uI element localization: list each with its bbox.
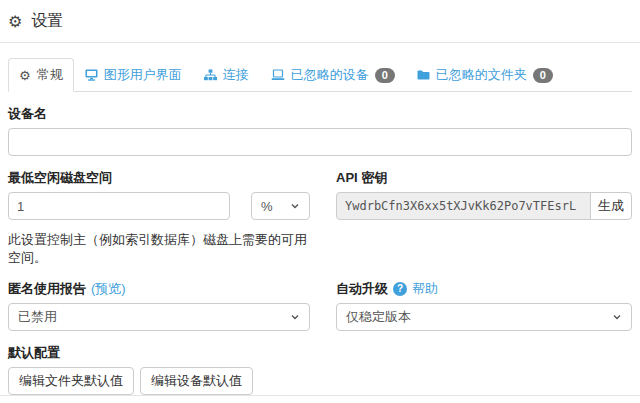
selected-unit: % (261, 199, 273, 214)
desktop-icon (85, 69, 98, 81)
gear-icon: ⚙ (8, 14, 22, 30)
min-disk-free-unit-select[interactable]: % (251, 192, 310, 220)
tab-label: 已忽略的设备 (291, 66, 369, 84)
dialog-title: 设置 (31, 11, 63, 32)
tab-label: 已忽略的文件夹 (436, 66, 527, 84)
tab-ignored-devices[interactable]: 已忽略的设备 0 (260, 58, 406, 92)
usage-report-selected-value: 已禁用 (18, 308, 57, 326)
chevron-down-icon (612, 312, 622, 322)
folder-icon (417, 69, 430, 81)
sitemap-icon (204, 69, 217, 81)
tab-ignored-folders[interactable]: 已忽略的文件夹 0 (406, 58, 564, 92)
auto-upgrade-help-link[interactable]: 帮助 (412, 280, 438, 298)
api-key-label: API 密钥 (336, 169, 632, 187)
question-circle-icon: ? (393, 282, 407, 296)
dialog-header: ⚙ 设置 (0, 0, 640, 43)
auto-upgrade-label: 自动升级 (336, 280, 388, 298)
usage-report-label: 匿名使用报告 (8, 280, 86, 298)
tab-gui[interactable]: 图形用户界面 (74, 58, 193, 92)
auto-upgrade-select[interactable]: 仅稳定版本 (336, 303, 632, 331)
edit-device-defaults-button[interactable]: 编辑设备默认值 (140, 367, 253, 395)
laptop-icon (271, 69, 285, 81)
min-disk-free-input[interactable] (8, 192, 230, 220)
edit-folder-defaults-button[interactable]: 编辑文件夹默认值 (8, 367, 134, 395)
tab-label: 常规 (37, 66, 63, 84)
tab-label: 连接 (223, 66, 249, 84)
defaults-label: 默认配置 (8, 344, 632, 362)
device-name-label: 设备名 (8, 105, 632, 123)
ignored-devices-count-badge: 0 (375, 68, 395, 83)
min-disk-free-help: 此设置控制主（例如索引数据库）磁盘上需要的可用空间。 (8, 231, 310, 267)
auto-upgrade-selected-value: 仅稳定版本 (346, 308, 411, 326)
chevron-down-icon (290, 201, 300, 211)
min-disk-free-label: 最低空闲磁盘空间 (8, 169, 310, 187)
chevron-down-icon (290, 312, 300, 322)
usage-report-preview-link[interactable]: (预览) (91, 280, 126, 298)
dialog-footer: ✓ 保存 ✖ 关闭 (0, 395, 640, 403)
usage-report-select[interactable]: 已禁用 (8, 303, 310, 331)
tab-general[interactable]: ⚙ 常规 (8, 58, 74, 92)
tab-label: 图形用户界面 (104, 66, 182, 84)
tab-connections[interactable]: 连接 (193, 58, 260, 92)
dialog-body: ⚙ 常规 图形用户界面 (0, 43, 640, 395)
ignored-folders-count-badge: 0 (533, 68, 553, 83)
device-name-input[interactable] (8, 128, 632, 156)
api-key-input (336, 192, 591, 220)
settings-tabs: ⚙ 常规 图形用户界面 (8, 58, 632, 92)
generate-api-key-button[interactable]: 生成 (590, 192, 632, 220)
gear-icon: ⚙ (19, 69, 31, 82)
